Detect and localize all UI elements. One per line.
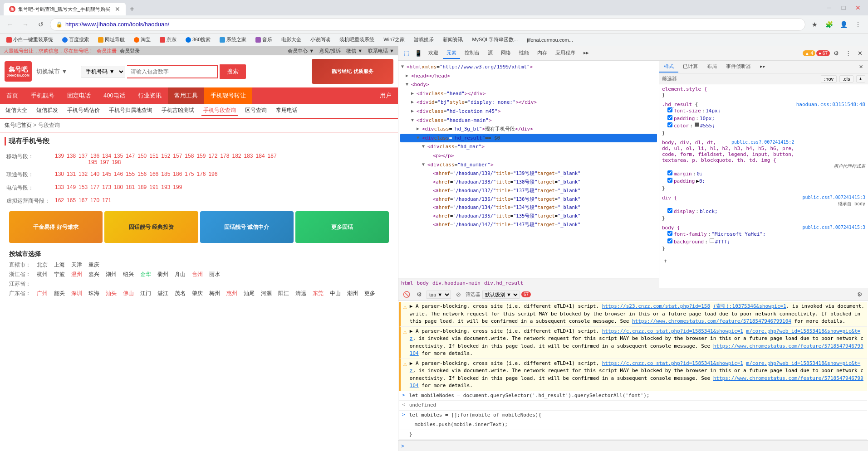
- forward-button[interactable]: →: [19, 18, 32, 31]
- phone-link-196[interactable]: 196: [208, 171, 217, 177]
- phone-link-189[interactable]: 189: [137, 184, 147, 190]
- subnav-price[interactable]: 手机号码估价: [65, 106, 102, 116]
- console-clear-btn[interactable]: 🚫: [401, 289, 412, 300]
- phone-link-151[interactable]: 151: [149, 153, 158, 159]
- city-taizhou-zj[interactable]: 台州: [192, 271, 203, 278]
- bookmark-wangzhi[interactable]: 网址导航: [95, 35, 128, 44]
- console-link-1b[interactable]: (索引):10375346&showpic=1: [713, 303, 786, 309]
- feedback-link[interactable]: 意见/投诉: [319, 48, 341, 54]
- breadcrumb-html[interactable]: html: [401, 280, 413, 286]
- subnav-tel[interactable]: 常用电话: [274, 106, 299, 116]
- phone-link-131[interactable]: 131: [67, 171, 76, 177]
- phone-link-172[interactable]: 172: [208, 153, 217, 159]
- search-button[interactable]: 搜索: [220, 64, 246, 79]
- city-zhuhai[interactable]: 珠海: [88, 290, 99, 297]
- devtools-inspect-btn[interactable]: ⬚: [401, 48, 412, 59]
- css-prop-checkbox[interactable]: [667, 208, 672, 213]
- city-lishui[interactable]: 丽水: [209, 271, 220, 278]
- extensions-button[interactable]: 🧩: [823, 18, 835, 31]
- bookmark-game[interactable]: 游戏娱乐: [411, 35, 436, 44]
- bookmark-baidu[interactable]: 百度搜索: [59, 35, 92, 44]
- tree-toggle[interactable]: ▶: [411, 107, 417, 115]
- subnav-sms[interactable]: 短信大全: [4, 106, 29, 116]
- phone-link-134[interactable]: 134: [102, 153, 111, 159]
- member-center-link[interactable]: 会员中心 ▼: [288, 48, 314, 54]
- filter-hov-btn[interactable]: :hov: [821, 75, 837, 82]
- add-style-btn[interactable]: +: [662, 255, 669, 266]
- tree-node-a-138[interactable]: ▶ <a href="/haoduan/138/" title="138号段" …: [400, 178, 657, 186]
- console-link-3a[interactable]: https://c.cnzz.co stat.php?id=1585341&sh…: [602, 360, 743, 366]
- console-link-2a[interactable]: https://c.cnzz.co stat.php?id=1585341&sh…: [602, 328, 743, 334]
- tree-node-a-147[interactable]: ▶ <a href="/haoduan/147/" title="147号段" …: [400, 220, 657, 229]
- phone-link-183[interactable]: 183: [244, 153, 253, 159]
- phone-link-197[interactable]: 197: [100, 159, 109, 165]
- city-tianjin[interactable]: 天津: [71, 261, 82, 269]
- city-maoming[interactable]: 茂名: [175, 290, 186, 297]
- phone-link-175[interactable]: 175: [185, 171, 194, 177]
- styles-tab-events[interactable]: 事件侦听器: [721, 61, 755, 73]
- phone-link-171[interactable]: 171: [102, 197, 111, 204]
- city-shaoguan[interactable]: 韶关: [54, 290, 65, 297]
- breadcrumb-haoduan-main[interactable]: div.haoduan-main: [432, 280, 481, 286]
- devtools-settings-btn[interactable]: ⚙: [831, 48, 842, 59]
- bookmark-zhuangji[interactable]: 装机吧重装系统: [337, 35, 377, 44]
- city-zhoushan[interactable]: 舟山: [175, 271, 186, 278]
- tree-node-a-134[interactable]: ▶ <a href="/haoduan/134/" title="134号段" …: [400, 203, 657, 212]
- ad-qianjin[interactable]: 千金易得 好号难求: [9, 211, 103, 243]
- tree-node-a-137[interactable]: ▶ <a href="/haoduan/137/" title="137号段" …: [400, 186, 657, 195]
- city-jinhua[interactable]: 金华: [140, 271, 151, 278]
- nav-home[interactable]: 首页: [0, 87, 25, 104]
- devtools-tab-sources[interactable]: 源: [484, 48, 496, 59]
- phone-link-158[interactable]: 158: [185, 153, 194, 159]
- color-swatch-white[interactable]: [710, 238, 714, 243]
- nav-tools[interactable]: 常用工具: [168, 87, 204, 104]
- tree-node-div-main[interactable]: ▼ <div class="haoduan-main" >: [400, 116, 657, 125]
- city-guangzhou[interactable]: 广州: [37, 290, 48, 297]
- bookmark-news[interactable]: 新闻资讯: [440, 35, 466, 44]
- tree-toggle[interactable]: ▼: [406, 81, 411, 88]
- subnav-segment[interactable]: 手机号段查询: [201, 106, 238, 116]
- tree-node-p[interactable]: ▶ <p></p>: [400, 151, 657, 160]
- search-type-select[interactable]: 手机号码 ▼: [81, 66, 125, 78]
- phone-link-156[interactable]: 156: [137, 171, 147, 177]
- phone-link-181[interactable]: 181: [126, 184, 135, 190]
- subnav-area[interactable]: 区号查询: [243, 106, 269, 116]
- city-foshan[interactable]: 佛山: [123, 290, 134, 297]
- phone-link-182[interactable]: 182: [232, 153, 241, 159]
- new-tab-button[interactable]: +: [127, 3, 137, 15]
- ad-more[interactable]: 更多固话: [295, 211, 389, 243]
- phone-link-159[interactable]: 159: [196, 153, 206, 159]
- menu-button[interactable]: ⋮: [852, 18, 864, 31]
- devtools-tab-memory[interactable]: 内存: [534, 48, 551, 59]
- css-prop-checkbox[interactable]: [667, 178, 672, 183]
- tree-node-a-139[interactable]: ▶ <a href="/haoduan/139/" title="139号段" …: [400, 169, 657, 178]
- phone-link-157[interactable]: 157: [173, 153, 182, 159]
- phone-link-136[interactable]: 136: [90, 153, 99, 159]
- phone-link-147[interactable]: 147: [126, 153, 135, 159]
- banner-ad[interactable]: 靓号经纪 优质服务: [312, 59, 393, 84]
- subnav-sms-group[interactable]: 短信群发: [34, 106, 60, 116]
- tree-toggle[interactable]: ▶: [411, 98, 417, 106]
- back-button[interactable]: ←: [4, 18, 16, 31]
- bookmark-novel[interactable]: 小说阅读: [308, 35, 333, 44]
- minimize-button[interactable]: ─: [823, 1, 835, 14]
- devtools-tab-performance[interactable]: 性能: [515, 48, 533, 59]
- city-shanwei[interactable]: 汕尾: [244, 290, 255, 297]
- phone-link-178[interactable]: 178: [220, 153, 229, 159]
- city-zhongshan[interactable]: 中山: [330, 290, 341, 297]
- tree-node-div-title[interactable]: ▶ <div class="hd_3g_bt" > 现有手机号段 </div>: [400, 125, 657, 134]
- phone-link-187[interactable]: 187: [268, 153, 277, 159]
- phone-link-170[interactable]: 170: [90, 197, 99, 204]
- tree-toggle[interactable]: ▼: [411, 116, 417, 124]
- filter-cls-btn[interactable]: .cls: [839, 75, 853, 82]
- phone-link-186[interactable]: 186: [173, 171, 182, 177]
- tree-node-div-result[interactable]: ▼ <div class="hd_result" == $0: [400, 134, 657, 143]
- css-prop-checkbox[interactable]: [667, 238, 672, 243]
- ad-guhua2[interactable]: 固话靓号 诚信中介: [200, 211, 294, 243]
- city-yangjiang[interactable]: 阳江: [278, 290, 289, 297]
- reload-button[interactable]: ↺: [34, 18, 47, 31]
- city-wenzhou[interactable]: 温州: [71, 271, 82, 278]
- city-huizhou[interactable]: 惠州: [226, 290, 237, 297]
- bookmark-movie[interactable]: 电影大全: [279, 35, 304, 44]
- tree-node-div-mar[interactable]: ▼ <div class="hd_mar" >: [400, 142, 657, 151]
